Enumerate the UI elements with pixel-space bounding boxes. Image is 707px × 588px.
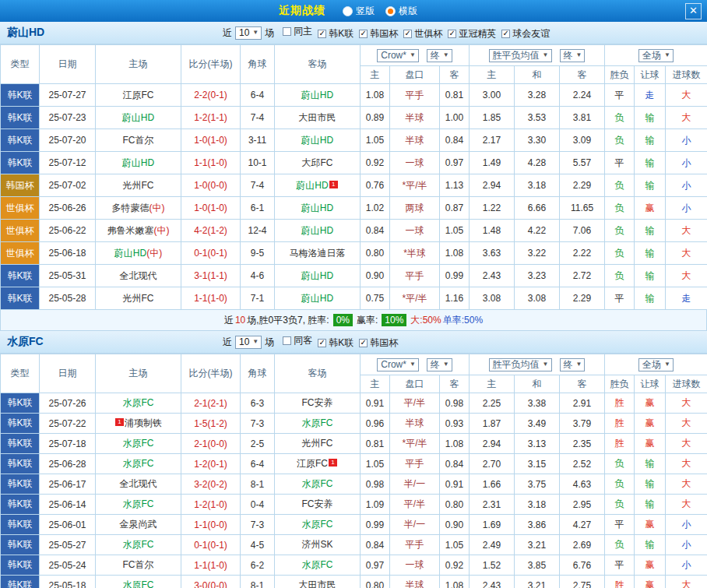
match-row: 韩K联25-05-18水原FC3-0(0-0)8-1大田市民0.80半球1.08… bbox=[1, 576, 707, 588]
league-cell: 韩K联 bbox=[1, 535, 40, 555]
scope-dropdown[interactable]: 全场▼ bbox=[638, 49, 674, 62]
close-icon[interactable]: ✕ bbox=[685, 3, 702, 19]
away-team-cell: 大田市民 bbox=[275, 576, 361, 588]
filter-checkbox[interactable]: ✓世俱杯 bbox=[403, 27, 442, 40]
filter-checkbox[interactable]: ✓韩国杯 bbox=[359, 27, 398, 40]
home-team-cell: 水原FC bbox=[96, 454, 181, 474]
goals-result-cell: 大 bbox=[666, 107, 707, 129]
filter-checkboxes: 同客✓韩K联✓韩国杯 bbox=[277, 334, 398, 350]
odds-final-dropdown[interactable]: 终▼ bbox=[427, 358, 452, 371]
bookmaker-dropdown[interactable]: Crow*▼ bbox=[377, 49, 419, 62]
corners-cell: 4-5 bbox=[241, 535, 275, 555]
col-odds-home: 主 bbox=[361, 66, 390, 84]
away-odds-cell: 1.00 bbox=[440, 107, 470, 129]
league-cell: 韩K联 bbox=[1, 515, 40, 535]
score-cell: 0-1(0-1) bbox=[181, 242, 241, 265]
handicap-cell: 一球 bbox=[390, 555, 440, 576]
handicap-result-cell: 输 bbox=[635, 129, 666, 152]
home-team-cell: 水原FC bbox=[96, 495, 181, 515]
avg-draw-cell: 3.49 bbox=[515, 414, 560, 434]
match-row: 韩K联25-07-26水原FC2-1(2-1)6-3FC安养0.91平/半0.9… bbox=[1, 393, 707, 414]
team-name: 蔚山HD bbox=[296, 180, 328, 191]
col-type: 类型 bbox=[1, 45, 40, 84]
handicap-cell: *平/半 bbox=[390, 174, 440, 197]
away-team-cell: 大田市民 bbox=[275, 107, 361, 129]
goals-result-cell: 大 bbox=[666, 265, 707, 287]
layout-vertical-option[interactable]: 竖版 bbox=[343, 5, 375, 18]
match-row: 韩K联25-06-28水原FC1-2(0-1)6-4江原FC11.05平手0.8… bbox=[1, 454, 707, 474]
league-cell: 世俱杯 bbox=[1, 220, 40, 242]
date-cell: 25-05-18 bbox=[40, 576, 96, 588]
date-cell: 25-06-17 bbox=[40, 474, 96, 495]
match-row: 世俱杯25-06-22弗鲁米嫩塞(中)4-2(1-2)12-4蔚山HD0.84一… bbox=[1, 220, 707, 242]
wdl-result-cell: 胜 bbox=[605, 576, 635, 588]
avg-final-dropdown[interactable]: 终▼ bbox=[560, 358, 586, 371]
avg-home-cell: 1.69 bbox=[470, 515, 515, 535]
team-name: 马梅洛迪日落 bbox=[290, 248, 346, 259]
home-odds-cell: 0.84 bbox=[361, 535, 390, 555]
date-cell: 25-05-27 bbox=[40, 535, 96, 555]
corners-cell: 3-11 bbox=[241, 129, 275, 152]
avg-final-dropdown[interactable]: 终▼ bbox=[560, 49, 586, 62]
chevron-down-icon: ▼ bbox=[252, 339, 259, 345]
filter-checkbox[interactable]: ✓球会友谊 bbox=[501, 27, 550, 40]
avg-draw-cell: 4.22 bbox=[515, 220, 560, 242]
filter-checkbox[interactable]: 同主 bbox=[283, 25, 312, 38]
team-name: 蔚山HD bbox=[301, 293, 333, 304]
col-score: 比分(半场) bbox=[181, 45, 241, 84]
handicap-cell: 一球 bbox=[390, 220, 440, 242]
avg-home-cell: 1.87 bbox=[470, 414, 515, 434]
team-name: 水原FC bbox=[123, 458, 154, 469]
score-cell: 1-1(1-0) bbox=[181, 287, 241, 310]
summary-text: 单率:50% bbox=[443, 314, 483, 327]
col-type: 类型 bbox=[1, 354, 40, 393]
avg-home-cell: 3.08 bbox=[470, 287, 515, 310]
league-cell: 韩K联 bbox=[1, 414, 40, 434]
col-wdl: 胜负 bbox=[605, 66, 635, 84]
score-cell: 1-1(1-0) bbox=[181, 152, 241, 174]
league-cell: 韩K联 bbox=[1, 152, 40, 174]
avg-draw-cell: 3.08 bbox=[515, 287, 560, 310]
filter-checkbox[interactable]: 同客 bbox=[283, 334, 312, 347]
filter-checkbox[interactable]: ✓韩K联 bbox=[318, 27, 354, 40]
avg-away-cell: 2.35 bbox=[560, 434, 605, 454]
away-team-cell: 蔚山HD bbox=[275, 84, 361, 107]
goals-result-cell: 小 bbox=[666, 152, 707, 174]
away-team-cell: 蔚山HD bbox=[275, 197, 361, 220]
corners-cell: 7-3 bbox=[241, 414, 275, 434]
league-cell: 韩K联 bbox=[1, 555, 40, 576]
match-count-dropdown[interactable]: 10▼ bbox=[235, 336, 262, 349]
col-handicap: 盘口 bbox=[390, 66, 440, 84]
filter-checkbox[interactable]: ✓亚冠精英 bbox=[448, 27, 496, 40]
near-label: 近 bbox=[223, 336, 232, 349]
filter-checkbox[interactable]: ✓韩K联 bbox=[318, 336, 354, 350]
handicap-result-cell: 输 bbox=[635, 152, 666, 174]
horizontal-label: 横版 bbox=[399, 5, 417, 18]
filter-checkbox[interactable]: ✓韩国杯 bbox=[359, 336, 398, 350]
wdl-result-cell: 平 bbox=[605, 84, 635, 107]
team-name: FC首尔 bbox=[123, 559, 154, 570]
away-odds-cell: 0.80 bbox=[440, 495, 470, 515]
match-count-dropdown[interactable]: 10▼ bbox=[235, 26, 262, 40]
away-odds-cell: 0.84 bbox=[440, 129, 470, 152]
avg-draw-cell: 3.53 bbox=[515, 107, 560, 129]
wdl-result-cell: 负 bbox=[605, 220, 635, 242]
bookmaker-dropdown[interactable]: Crow*▼ bbox=[377, 358, 419, 371]
avg-odds-dropdown[interactable]: 胜平负均值▼ bbox=[489, 49, 552, 62]
home-odds-cell: 0.89 bbox=[361, 107, 390, 129]
handicap-result-cell: 赢 bbox=[635, 515, 666, 535]
match-row: 世俱杯25-06-18蔚山HD(中)0-1(0-1)9-5马梅洛迪日落0.80*… bbox=[1, 242, 707, 265]
avg-draw-cell: 3.86 bbox=[515, 515, 560, 535]
home-team-cell: 金泉尚武 bbox=[96, 515, 181, 535]
team-name: 弗鲁米嫩塞 bbox=[107, 225, 154, 236]
avg-odds-dropdown[interactable]: 胜平负均值▼ bbox=[489, 358, 552, 371]
home-team-cell: 多特蒙德(中) bbox=[96, 197, 181, 220]
odds-final-dropdown[interactable]: 终▼ bbox=[427, 49, 452, 62]
scope-dropdown[interactable]: 全场▼ bbox=[638, 358, 674, 371]
avg-draw-cell: 3.21 bbox=[515, 576, 560, 588]
avg-draw-cell: 3.15 bbox=[515, 454, 560, 474]
handicap-result-cell: 输 bbox=[635, 174, 666, 197]
layout-horizontal-option[interactable]: 横版 bbox=[385, 5, 417, 18]
col-away: 客场 bbox=[275, 45, 361, 84]
home-odds-cell: 0.91 bbox=[361, 393, 390, 414]
